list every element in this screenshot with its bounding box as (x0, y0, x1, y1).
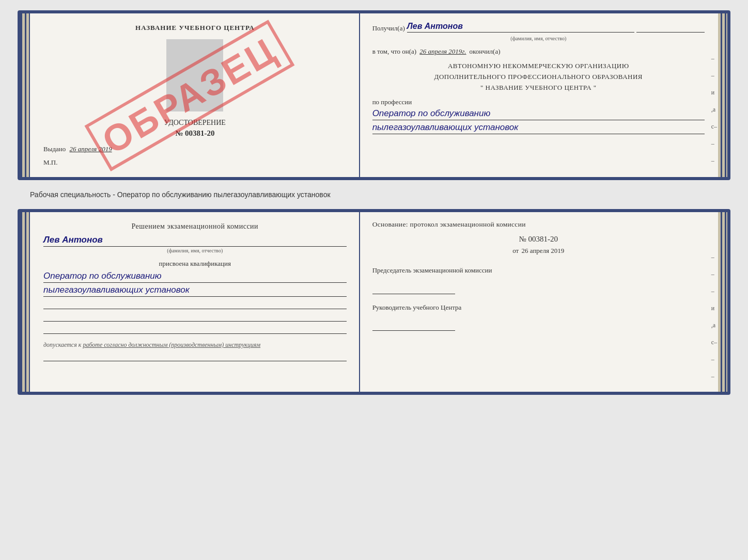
qual-value-2: пылегазоулавливающих установок (43, 285, 347, 297)
basis-label: Основание: протокол экзаменационной коми… (372, 220, 705, 229)
profession-value-2: пылегазоулавливающих установок (372, 122, 705, 134)
assigned-label: присвоена квалификация (43, 260, 347, 268)
blank-line-3 (43, 326, 347, 334)
cert-left-panel: НАЗВАНИЕ УЧЕБНОГО ЦЕНТРА УДОСТОВЕРЕНИЕ №… (21, 13, 360, 177)
head-signature-line (372, 316, 455, 331)
issued-line: Выдано 26 апреля 2019 (43, 145, 347, 153)
commission-card: Решением экзаменационной комиссии Лев Ан… (18, 209, 730, 395)
cert-right-panel: Получил(а) Лев Антонов (фамилия, имя, от… (360, 13, 727, 177)
middle-specialty-label: Рабочая специальность - Оператор по обсл… (18, 186, 730, 203)
allowed-prefix: допускается к (43, 341, 81, 348)
blank-line-1 (43, 301, 347, 309)
commission-fio-sub: (фамилия, имя, отчество) (43, 248, 347, 253)
profession-label: по профессии (372, 98, 705, 106)
head-label: Руководитель учебного Центра (372, 302, 705, 313)
blank-line-2 (43, 313, 347, 322)
protocol-number: № 00381-20 (372, 235, 705, 244)
commission-title: Решением экзаменационной комиссии (43, 222, 347, 231)
chairman-signature-line (372, 280, 455, 294)
protocol-date-prefix: от (512, 247, 519, 254)
in-that-prefix: в том, что он(а) (372, 47, 417, 56)
protocol-date: от 26 апреля 2019 (372, 247, 705, 255)
blank-line-4 (43, 353, 347, 361)
in-that-line: в том, что он(а) 26 апреля 2019г. окончи… (372, 47, 705, 56)
protocol-date-value: 26 апреля 2019 (522, 247, 565, 254)
side-dashes-2: – – – и ,а с– – – – (711, 253, 717, 395)
commission-left-panel: Решением экзаменационной комиссии Лев Ан… (21, 212, 360, 392)
finished-label: окончил(а) (470, 47, 501, 56)
cert-number: № 00381-20 (43, 129, 347, 138)
received-label: Получил(а) (372, 24, 405, 33)
profession-value-1: Оператор по обслуживанию (372, 108, 705, 120)
received-name: Лев Антонов (407, 22, 634, 33)
org-line2: ДОПОЛНИТЕЛЬНОГО ПРОФЕССИОНАЛЬНОГО ОБРАЗО… (372, 72, 705, 83)
qual-value-1: Оператор по обслуживанию (43, 271, 347, 283)
chairman-label: Председатель экзаменационной комиссии (372, 265, 705, 276)
page-wrapper: НАЗВАНИЕ УЧЕБНОГО ЦЕНТРА УДОСТОВЕРЕНИЕ №… (18, 10, 730, 395)
cert-type-label: УДОСТОВЕРЕНИЕ (43, 119, 347, 127)
in-that-date: 26 апреля 2019г. (419, 47, 466, 56)
commission-person-name: Лев Антонов (43, 235, 347, 247)
photo-placeholder (166, 39, 223, 111)
issued-label: Выдано (43, 145, 66, 153)
dash-filler (636, 32, 705, 33)
mp-line: М.П. (43, 158, 347, 167)
allowed-line: допускается к работе согласно должностны… (43, 341, 347, 349)
fio-sub-label: (фамилия, имя, отчество) (372, 36, 705, 41)
issued-date: 26 апреля 2019 (70, 145, 112, 153)
received-line: Получил(а) Лев Антонов (372, 22, 705, 33)
org-line1: АВТОНОМНУЮ НЕКОММЕРЧЕСКУЮ ОРГАНИЗАЦИЮ (372, 61, 705, 72)
org-block: АВТОНОМНУЮ НЕКОММЕРЧЕСКУЮ ОРГАНИЗАЦИЮ ДО… (372, 61, 705, 93)
commission-right-panel: Основание: протокол экзаменационной коми… (360, 212, 727, 392)
allowed-text: работе согласно должностным (производств… (83, 341, 260, 348)
org-line3: " НАЗВАНИЕ УЧЕБНОГО ЦЕНТРА " (372, 83, 705, 93)
side-dashes: – – и ,а с– – – – (711, 55, 717, 180)
certificate-card: НАЗВАНИЕ УЧЕБНОГО ЦЕНТРА УДОСТОВЕРЕНИЕ №… (18, 10, 730, 180)
training-center-title: НАЗВАНИЕ УЧЕБНОГО ЦЕНТРА (43, 24, 347, 32)
